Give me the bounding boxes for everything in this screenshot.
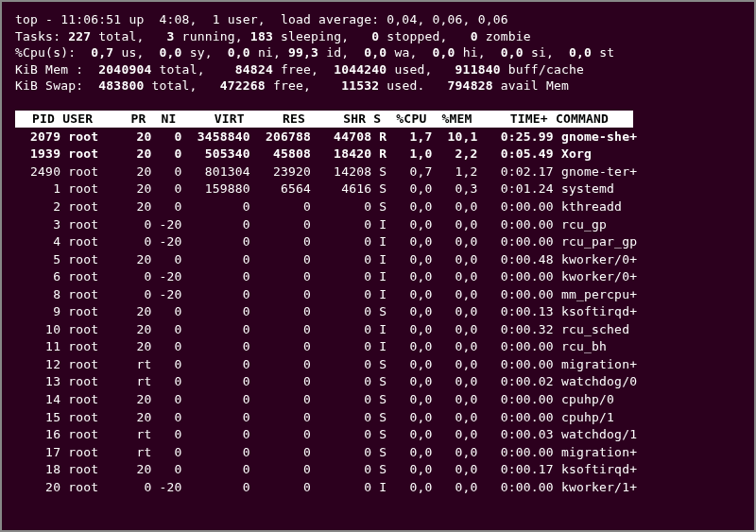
tasks-sleeping: 183 [250, 29, 281, 43]
cpu-st: st [599, 45, 614, 60]
cpu-sy: sy, [190, 45, 228, 60]
process-row[interactable]: 10 root 20 0 0 0 0 I 0,0 0,0 0:00.32 rcu… [15, 321, 741, 338]
mem-total-label: total, [160, 62, 228, 77]
process-row[interactable]: 5 root 20 0 0 0 0 I 0,0 0,0 0:00.48 kwor… [15, 251, 741, 268]
swap-label: KiB Swap: [15, 78, 98, 93]
summary-line-tasks: Tasks: 227 total, 3 running, 183 sleepin… [15, 28, 741, 45]
process-row[interactable]: 20 root 0 -20 0 0 0 I 0,0 0,0 0:00.00 kw… [15, 479, 741, 496]
cpu-us: us, [121, 45, 159, 60]
process-row[interactable]: 3 root 0 -20 0 0 0 I 0,0 0,0 0:00.00 rcu… [15, 216, 741, 233]
terminal-top[interactable]: top - 11:06:51 up 4:08, 1 user, load ave… [0, 0, 756, 532]
process-row[interactable]: 15 root 20 0 0 0 0 S 0,0 0,0 0:00.00 cpu… [15, 409, 741, 426]
tasks-stopped-label: stopped, [387, 29, 470, 43]
tasks-zombie-label: zombie [486, 29, 531, 43]
summary-line-cpu: %Cpu(s): 0,7 us, 0,0 sy, 0,0 ni, 99,3 id… [15, 44, 741, 61]
tasks-total: 227 [68, 29, 98, 43]
mem-free: 84824 [228, 62, 281, 77]
swap-free: 472268 [220, 78, 273, 93]
mem-cache-label: buff/cache [508, 62, 584, 77]
mem-total: 2040904 [91, 62, 159, 77]
cpu-label: %Cpu(s): [15, 45, 91, 60]
process-row[interactable]: 2079 root 20 0 3458840 206788 44708 R 1,… [15, 129, 741, 146]
swap-used: 11532 [341, 78, 387, 93]
swap-free-label: free, [273, 78, 341, 93]
summary-line-swap: KiB Swap: 483800 total, 472268 free, 115… [15, 77, 741, 94]
summary-line-mem: KiB Mem : 2040904 total, 84824 free, 104… [15, 61, 741, 78]
process-row[interactable]: 17 root rt 0 0 0 0 S 0,0 0,0 0:00.00 mig… [15, 444, 741, 461]
process-row[interactable]: 9 root 20 0 0 0 0 S 0,0 0,0 0:00.13 ksof… [15, 303, 741, 320]
cpu-hi-val: 0,0 [433, 45, 463, 60]
mem-free-label: free, [281, 62, 334, 77]
tasks-running-label: running, [182, 29, 250, 43]
cpu-ni-val: 0,0 [228, 45, 258, 60]
summary-line-uptime: top - 11:06:51 up 4:08, 1 user, load ave… [15, 11, 741, 28]
mem-cache: 911840 [455, 62, 508, 77]
process-row[interactable]: 16 root rt 0 0 0 0 S 0,0 0,0 0:00.03 wat… [15, 426, 741, 443]
mem-used: 1044240 [334, 62, 394, 77]
swap-avail-label: avail Mem [501, 78, 569, 93]
process-row[interactable]: 11 root 20 0 0 0 0 I 0,0 0,0 0:00.00 rcu… [15, 338, 741, 355]
cpu-hi: hi, [463, 45, 501, 60]
cpu-st-val: 0,0 [569, 45, 599, 60]
process-row[interactable]: 13 root rt 0 0 0 0 S 0,0 0,0 0:00.02 wat… [15, 373, 741, 390]
column-header-line: PID USER PR NI VIRT RES SHR S %CPU %MEM … [15, 111, 741, 128]
swap-used-label: used. [387, 78, 447, 93]
process-rows: 2079 root 20 0 3458840 206788 44708 R 1,… [15, 129, 741, 495]
cpu-ni: ni, [258, 45, 288, 60]
cpu-us-val: 0,7 [91, 45, 121, 60]
process-row[interactable]: 1 root 20 0 159880 6564 4616 S 0,0 0,3 0… [15, 180, 741, 197]
mem-label: KiB Mem : [15, 62, 91, 77]
cpu-id: id, [326, 45, 364, 60]
cpu-si: si, [531, 45, 569, 60]
process-row[interactable]: 2 root 20 0 0 0 0 S 0,0 0,0 0:00.00 kthr… [15, 198, 741, 215]
tasks-total-label: total, [98, 29, 166, 43]
swap-avail: 794828 [448, 78, 501, 93]
process-row[interactable]: 4 root 0 -20 0 0 0 I 0,0 0,0 0:00.00 rcu… [15, 233, 741, 250]
process-row[interactable]: 8 root 0 -20 0 0 0 I 0,0 0,0 0:00.00 mm_… [15, 286, 741, 303]
tasks-sleeping-label: sleeping, [281, 29, 371, 43]
cpu-sy-val: 0,0 [160, 45, 190, 60]
cpu-si-val: 0,0 [501, 45, 531, 60]
process-row[interactable]: 18 root 20 0 0 0 0 S 0,0 0,0 0:00.17 kso… [15, 461, 741, 478]
cpu-wa: wa, [394, 45, 432, 60]
tasks-zombie: 0 [471, 29, 486, 43]
swap-total-label: total, [151, 78, 219, 93]
cpu-wa-val: 0,0 [364, 45, 394, 60]
swap-total: 483800 [98, 78, 151, 93]
column-headers[interactable]: PID USER PR NI VIRT RES SHR S %CPU %MEM … [15, 111, 633, 128]
mem-used-label: used, [394, 62, 455, 77]
cpu-id-val: 99,3 [288, 45, 326, 60]
process-row[interactable]: 14 root 20 0 0 0 0 S 0,0 0,0 0:00.00 cpu… [15, 391, 741, 408]
tasks-running: 3 [167, 29, 182, 43]
blank-line [15, 94, 741, 112]
tasks-stopped: 0 [371, 29, 387, 43]
process-row[interactable]: 6 root 0 -20 0 0 0 I 0,0 0,0 0:00.00 kwo… [15, 268, 741, 285]
process-row[interactable]: 12 root rt 0 0 0 0 S 0,0 0,0 0:00.00 mig… [15, 356, 741, 373]
process-row[interactable]: 1939 root 20 0 505340 45808 18420 R 1,0 … [15, 146, 741, 163]
process-row[interactable]: 2490 root 20 0 801304 23920 14208 S 0,7 … [15, 163, 741, 180]
tasks-label: Tasks: [15, 29, 68, 43]
